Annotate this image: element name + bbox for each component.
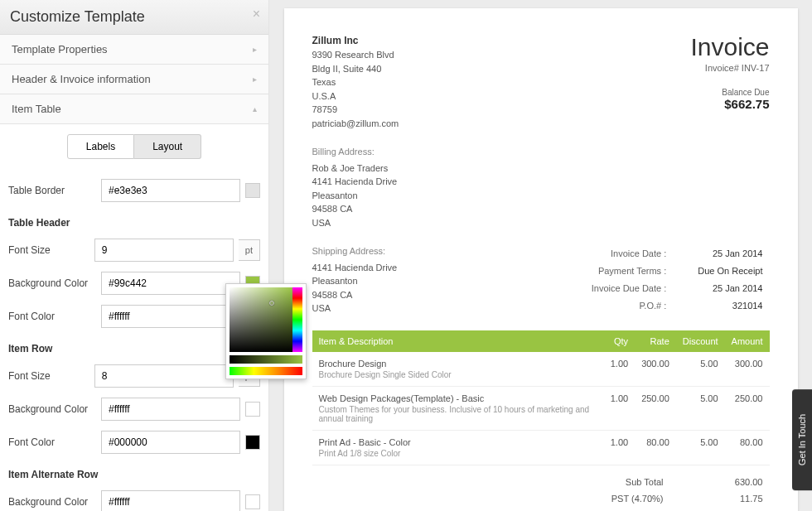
preset-swatches[interactable]: [230, 367, 302, 375]
alt-bg-input[interactable]: [101, 490, 240, 511]
table-row: Web Design Packages(Template) - BasicCus…: [312, 386, 770, 430]
col-item: Item & Description: [312, 330, 604, 352]
table-row: Brochure DesignBrochure Design Single Si…: [312, 352, 770, 387]
brightness-bar[interactable]: [230, 355, 302, 364]
row-fc-input[interactable]: [101, 431, 240, 454]
accordion-header-info[interactable]: Header & Invoice information ▸: [0, 65, 268, 94]
table-border-input[interactable]: [101, 179, 240, 202]
balance-amount: $662.75: [690, 97, 769, 111]
invoice-number: Invoice# INV-17: [690, 63, 769, 73]
header-bg-label: Background Color: [8, 277, 101, 289]
chevron-right-icon: ▸: [253, 45, 257, 54]
close-icon[interactable]: ×: [253, 7, 260, 22]
alt-bg-label: Background Color: [8, 496, 101, 508]
row-fc-label: Font Color: [8, 436, 101, 448]
tab-layout[interactable]: Layout: [134, 134, 201, 159]
hue-slider[interactable]: [292, 287, 302, 352]
col-discount: Discount: [676, 330, 725, 352]
table-border-label: Table Border: [8, 185, 101, 196]
table-row: Print Ad - Basic - ColorPrint Ad 1/8 siz…: [312, 430, 770, 465]
panel-header: Customize Template ×: [0, 0, 268, 35]
table-header-heading: Table Header: [8, 207, 260, 234]
col-qty: Qty: [604, 330, 635, 352]
accordion-label: Header & Invoice information: [12, 73, 151, 85]
tab-labels[interactable]: Labels: [67, 134, 134, 159]
chevron-right-icon: ▸: [253, 75, 257, 84]
accordion-item-table[interactable]: Item Table ▴: [0, 94, 268, 124]
panel-title: Customize Template: [10, 8, 259, 26]
row-font-size-label: Font Size: [8, 370, 94, 382]
chevron-up-icon: ▴: [253, 104, 257, 113]
company-name: Zillum Inc: [312, 35, 359, 46]
header-bg-input[interactable]: [101, 272, 240, 295]
invoice-meta: Invoice Date :25 Jan 2014Payment Terms :…: [585, 244, 770, 316]
alt-bg-swatch[interactable]: [245, 494, 260, 509]
header-font-size-input[interactable]: [94, 239, 234, 262]
invoice-preview: Zillum Inc 9390 Research BlvdBldg II, Su…: [284, 8, 798, 511]
company-block: Zillum Inc 9390 Research BlvdBldg II, Su…: [312, 33, 399, 130]
color-gradient[interactable]: [230, 287, 294, 352]
billing-heading: Billing Address:: [312, 145, 770, 159]
row-bg-swatch[interactable]: [245, 402, 260, 417]
items-table: Item & Description Qty Rate Discount Amo…: [312, 330, 770, 465]
header-font-size-label: Font Size: [8, 244, 94, 256]
totals: Sub Total630.00PST (4.70%)11.75: [312, 474, 770, 507]
unit-pt: pt: [239, 239, 260, 261]
row-bg-label: Background Color: [8, 403, 101, 415]
row-fc-swatch[interactable]: [245, 435, 260, 450]
col-amount: Amount: [725, 330, 770, 352]
row-font-size-input[interactable]: [94, 364, 234, 388]
color-picker-popover[interactable]: [225, 283, 307, 379]
header-fc-label: Font Color: [8, 311, 101, 322]
row-bg-input[interactable]: [101, 398, 240, 421]
item-row-heading: Item Row: [8, 333, 260, 359]
get-in-touch-tab[interactable]: Get In Touch: [792, 389, 812, 490]
shipping-heading: Shipping Address:: [312, 244, 398, 258]
balance-label: Balance Due: [690, 88, 769, 97]
col-rate: Rate: [635, 330, 676, 352]
accordion-template-properties[interactable]: Template Properties ▸: [0, 35, 268, 65]
alt-row-heading: Item Alternate Row: [8, 459, 260, 485]
table-border-swatch[interactable]: [245, 183, 260, 198]
labels-layout-toggle: Labels Layout: [8, 134, 260, 159]
header-fc-input[interactable]: [101, 305, 240, 328]
shipping-address: Shipping Address: 4141 Hacienda DrivePle…: [312, 244, 398, 316]
customize-panel: Customize Template × Template Properties…: [0, 0, 269, 511]
billing-address: Billing Address: Rob & Joe Traders4141 H…: [312, 145, 770, 229]
accordion-label: Item Table: [12, 103, 61, 115]
invoice-title: Invoice: [690, 33, 769, 61]
accordion-label: Template Properties: [12, 43, 108, 55]
preview-pane: Zillum Inc 9390 Research BlvdBldg II, Su…: [269, 0, 812, 511]
color-cursor[interactable]: [269, 301, 274, 306]
